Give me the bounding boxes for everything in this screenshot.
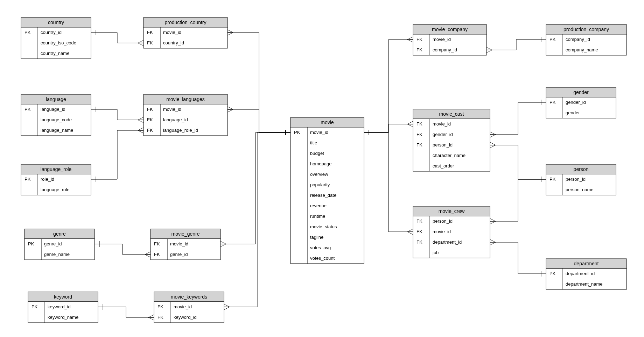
- entity-movie: moviePKmovie_idtitlebudgethomepageovervi…: [290, 117, 364, 264]
- entity-title: department: [574, 261, 599, 266]
- entity-title: language_role: [41, 166, 72, 172]
- crow-foot: [145, 252, 150, 254]
- column-name: gender_id: [566, 100, 586, 105]
- crow-foot: [407, 229, 413, 232]
- column-name: genre_id: [44, 241, 62, 246]
- entity-title: country: [48, 20, 64, 25]
- column-name: department_id: [566, 271, 595, 276]
- entity-title: movie_crew: [439, 208, 465, 214]
- column-name: department_id: [433, 239, 462, 245]
- crow-foot: [227, 109, 233, 112]
- entity-title: language: [46, 96, 66, 102]
- entity-title: keyword: [54, 294, 72, 300]
- column-name: revenue: [310, 203, 327, 208]
- entity-title: movie_cast: [439, 111, 464, 117]
- column-name: department_name: [566, 281, 603, 287]
- crow-foot: [227, 107, 233, 109]
- key-type: PK: [24, 107, 31, 112]
- entity-movie_languages: movie_languagesFKmovie_idFKlanguage_idFK…: [144, 94, 227, 136]
- crow-foot: [407, 232, 413, 235]
- column-name: popularity: [310, 182, 330, 187]
- crow-foot: [490, 239, 496, 242]
- svg-rect-4: [144, 27, 227, 48]
- column-name: tagline: [310, 235, 323, 240]
- column-name: language_id: [163, 117, 188, 122]
- column-name: votes_count: [310, 256, 335, 261]
- entity-title: production_company: [564, 27, 609, 32]
- crow-foot: [138, 43, 144, 46]
- column-name: movie_id: [310, 130, 328, 135]
- key-type: FK: [416, 229, 422, 234]
- column-name: genre_name: [44, 252, 70, 257]
- key-type: FK: [416, 239, 422, 245]
- column-name: character_name: [433, 153, 465, 158]
- crow-foot: [227, 30, 233, 33]
- column-name: movie_id: [174, 304, 192, 309]
- column-name: movie_id: [163, 30, 181, 35]
- column-name: gender_id: [433, 132, 453, 137]
- entity-title: movie_company: [432, 27, 468, 32]
- relationship-line: [94, 244, 150, 254]
- crow-foot: [224, 304, 230, 307]
- column-name: movie_id: [433, 121, 451, 127]
- key-type: FK: [154, 241, 160, 246]
- column-name: company_id: [433, 47, 457, 52]
- crow-foot: [227, 33, 233, 35]
- column-name: movie_id: [163, 107, 181, 112]
- crow-foot: [224, 307, 230, 310]
- column-name: keyword_name: [48, 315, 78, 320]
- column-name: cast_order: [433, 163, 454, 168]
- key-type: FK: [147, 107, 153, 112]
- entity-language_role: language_rolePKrole_idlanguage_role: [21, 164, 91, 195]
- crow-foot: [407, 37, 413, 40]
- entity-title: gender: [573, 89, 589, 95]
- entity-keyword: keywordPKkeyword_idkeyword_name: [28, 292, 98, 323]
- key-type: FK: [416, 132, 422, 137]
- relationship-line: [227, 109, 290, 132]
- relationship-line: [364, 124, 413, 132]
- entity-title: production_country: [164, 20, 206, 25]
- crow-foot: [486, 47, 492, 50]
- relationship-line: [98, 307, 154, 317]
- crow-foot: [486, 50, 492, 53]
- entity-movie_crew: movie_crewFKperson_idFKmovie_idFKdepartm…: [413, 206, 490, 258]
- relationship-line: [91, 33, 144, 43]
- relationship-line: [91, 109, 144, 120]
- column-name: runtime: [310, 214, 325, 219]
- entity-title: movie_keywords: [171, 294, 207, 300]
- column-name: job: [432, 250, 439, 255]
- column-name: budget: [310, 151, 324, 156]
- relationship-line: [364, 132, 413, 232]
- entity-movie_cast: movie_castFKmovie_idFKgender_idFKperson_…: [413, 109, 490, 171]
- key-type: PK: [294, 130, 300, 135]
- key-type: FK: [416, 37, 422, 42]
- entity-movie_genre: movie_genreFKmovie_idFKgenre_id: [150, 229, 220, 260]
- crow-foot: [145, 254, 150, 257]
- crow-foot: [138, 128, 144, 130]
- crow-foot: [490, 218, 496, 221]
- column-name: language_id: [41, 107, 65, 112]
- column-name: release_date: [310, 193, 336, 198]
- key-type: FK: [147, 30, 153, 35]
- column-name: keyword_id: [48, 304, 71, 309]
- column-name: person_name: [566, 187, 594, 192]
- entity-title: movie: [321, 120, 334, 125]
- column-name: gender: [566, 110, 580, 115]
- key-type: FK: [158, 304, 163, 309]
- crow-foot: [490, 221, 496, 224]
- entity-genre: genrePKgenre_idgenre_name: [24, 229, 94, 260]
- column-name: company_name: [566, 47, 598, 52]
- column-name: person_id: [433, 218, 453, 224]
- column-name: movie_id: [433, 229, 451, 234]
- column-name: country_iso_code: [41, 40, 76, 45]
- entity-title: genre: [53, 231, 66, 237]
- crow-foot: [490, 145, 496, 148]
- column-name: country_id: [41, 30, 62, 35]
- crow-foot: [407, 124, 413, 127]
- entity-movie_company: movie_companyFKmovie_idFKcompany_id: [413, 24, 486, 55]
- entity-production_country: production_countryFKmovie_idFKcountry_id: [144, 17, 227, 48]
- column-name: movie_id: [433, 37, 451, 42]
- column-name: homepage: [310, 161, 331, 166]
- entity-department: departmentPKdepartment_iddepartment_name: [546, 259, 626, 289]
- column-name: keyword_id: [174, 315, 197, 320]
